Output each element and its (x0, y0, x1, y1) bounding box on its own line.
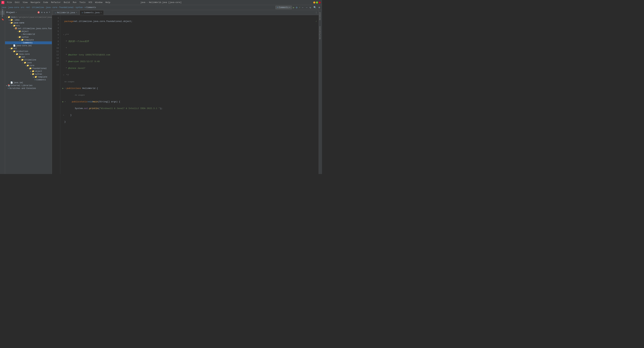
left-sidebar-icons: Project 🔖 (0, 10, 5, 174)
gear-icon[interactable]: ⚙ (46, 11, 48, 14)
tab-helloworld-label: HelloWorld.java (57, 11, 75, 14)
breadcrumb-comments[interactable]: ⊙Comments (85, 6, 96, 9)
tree-item-object[interactable]: ▾ 📁 object (5, 30, 52, 33)
menu-code[interactable]: Code (42, 1, 50, 4)
run-config-dropdown[interactable]: ⊙ Comments ▾ (276, 6, 292, 9)
code-line-8: * @since Java17 (62, 67, 319, 70)
panel-icons: 🎯 ⊟ ⇅ ⚙ × (37, 11, 50, 14)
tree-item-comments[interactable]: ▶ ⊙ Comments (5, 41, 52, 44)
breadcrumb-java2[interactable]: java (46, 6, 50, 9)
code-editor[interactable]: 1 2 3 4 5 6 7 8 9 10 11 12 13 14 15 pack… (52, 15, 319, 174)
coverage-button[interactable]: ⚡ (298, 5, 301, 9)
tree-item-idea[interactable]: ▶ 📁 .idea (5, 18, 52, 21)
menu-navigate[interactable]: Navigate (29, 1, 42, 4)
tabs-bar: ☕ HelloWorld.java × ⊙ Comments.java × ⋮ (52, 10, 319, 15)
code-line-11: ▶▾ public static void main(String[] args… (62, 100, 319, 103)
code-line-14: } (62, 120, 319, 124)
project-panel-toggle[interactable]: Project (0, 11, 5, 15)
debug-button[interactable]: ⚙ (296, 5, 298, 9)
chevron-down-icon: ▾ (16, 11, 16, 14)
project-tree: ▾ 📁 java D:\projects\java\ittimeline\jav… (5, 15, 52, 174)
tab-comments[interactable]: ⊙ Comments.java × (80, 10, 104, 15)
tab-helloworld[interactable]: ☕ HelloWorld.java × (53, 10, 79, 15)
breadcrumb-syntax[interactable]: syntax (76, 6, 83, 9)
search-icon[interactable]: 🔍 (313, 6, 317, 9)
project-title: Project ▾ (6, 11, 17, 14)
run-controls: ⊙ Comments ▾ ▶ ⚙ ⚡ ← → ↻ 🔍 ⚙ (276, 5, 321, 9)
title-bar: I File Edit View Navigate Code Refactor … (0, 0, 322, 5)
tree-item-src[interactable]: ▾ 📁 src (5, 24, 52, 27)
breadcrumb-src[interactable]: src (21, 6, 24, 9)
tree-item-scratches[interactable]: ▶ ⊙ Scratches and Consoles (5, 87, 52, 90)
tree-item-java-core[interactable]: ▾ 📁 java-core (5, 21, 52, 24)
menu-edit[interactable]: Edit (14, 1, 21, 4)
menu-tools[interactable]: Tools (78, 1, 87, 4)
breadcrumb-java-core[interactable]: java-core (8, 6, 19, 9)
code-line-9: ▸ */ (62, 73, 319, 77)
close-button[interactable]: × (319, 1, 321, 3)
tree-item-net[interactable]: ▾ 📁 net (5, 56, 52, 58)
tree-item-template-out[interactable]: ▶ 📁 template (5, 75, 52, 78)
window-title: java - HelloWorld.java [java-core] (140, 1, 182, 4)
tree-item-java-out[interactable]: ▾ 📁 java (5, 61, 52, 64)
main-layout: Project 🔖 Project ▾ 🎯 ⊟ ⇅ ⚙ × ▾ 📁 java (0, 10, 322, 174)
tree-item-package[interactable]: ▾ 📦 net.ittimeline.java.core.foundationa… (5, 27, 52, 30)
code-line-4: * 我的第一个Java程序 (62, 40, 319, 43)
tree-item-template[interactable]: ▶ 📁 template (5, 38, 52, 41)
breadcrumb-foundational[interactable]: foundational (59, 6, 74, 9)
tree-item-production[interactable]: ▾ 📁 production (5, 50, 52, 53)
breadcrumb-core[interactable]: core (52, 6, 57, 9)
run-button[interactable]: ▶ (292, 5, 295, 9)
refresh-icon[interactable]: ↻ (309, 6, 312, 9)
menu-refactor[interactable]: Refactor (50, 1, 62, 4)
sort-icon[interactable]: ⇅ (44, 11, 45, 14)
menu-help[interactable]: Help (104, 1, 112, 4)
menu-vcs[interactable]: VCS (87, 1, 94, 4)
tree-item-syntax[interactable]: ▾ 📁 syntax (5, 36, 52, 38)
tree-item-foundational-out[interactable]: ▾ 📁 foundational (5, 67, 52, 70)
tab-comments-close[interactable]: × (100, 12, 102, 13)
settings-icon[interactable]: ⚙ (318, 6, 321, 9)
database-panel-toggle[interactable]: Database (319, 11, 322, 21)
menu-build[interactable]: Build (62, 1, 71, 4)
menu-window[interactable]: Window (94, 1, 104, 4)
tree-item-java-core-iml[interactable]: ▶ 📄 java-core.iml (5, 44, 52, 47)
close-panel-icon[interactable]: × (48, 11, 50, 14)
code-content[interactable]: package net.ittimeline.java.core.foundat… (60, 15, 319, 174)
minimize-button[interactable]: − (313, 1, 315, 3)
bookmark-panel-toggle[interactable]: 🔖 (0, 17, 5, 21)
tabs-more[interactable]: ⋮ (314, 11, 319, 14)
tree-item-java-core-out[interactable]: ▾ 📁 java-core (5, 53, 52, 56)
tree-item-out[interactable]: ▾ 📁 out (5, 47, 52, 50)
breadcrumb-net[interactable]: net (26, 6, 30, 9)
tree-item-object-out[interactable]: ▶ 📁 object (5, 70, 52, 73)
project-panel: Project ▾ 🎯 ⊟ ⇅ ⚙ × ▾ 📁 java D:\projects… (5, 10, 52, 174)
tree-item-comments-out[interactable]: ▶ ⊙ Comments (5, 78, 52, 81)
comments-file-icon: ⊙ (82, 11, 83, 14)
tab-comments-label: Comments.java (84, 11, 100, 14)
tree-item-java-root[interactable]: ▾ 📁 java D:\projects\java\ittimeline\jav… (5, 16, 52, 18)
forward-icon[interactable]: → (305, 6, 308, 9)
menu-file[interactable]: File (6, 1, 13, 4)
tree-item-ittimeline[interactable]: ▾ 📁 ittimeline (5, 58, 52, 61)
locate-icon[interactable]: 🎯 (37, 11, 40, 14)
code-line-1: package net.ittimeline.java.core.foundat… (62, 20, 319, 23)
maximize-button[interactable]: □ (316, 1, 318, 3)
menu-view[interactable]: View (22, 1, 29, 4)
menu-run[interactable]: Run (72, 1, 78, 4)
back-icon[interactable]: ← (302, 6, 304, 9)
app-logo: I (1, 1, 4, 4)
collapse-icon[interactable]: ⊟ (41, 11, 43, 14)
tab-helloworld-close[interactable]: × (76, 12, 77, 13)
tree-item-helloworld[interactable]: ▶ ☕ HelloWorld (5, 33, 52, 36)
tree-item-core-out[interactable]: ▾ 📁 core (5, 64, 52, 67)
right-sidebar: Database Notifications (319, 10, 322, 174)
tree-item-syntax-out[interactable]: ▾ 📁 syntax (5, 73, 52, 75)
tree-item-external-libs[interactable]: ▶ 📚 External Libraries (5, 84, 52, 87)
run-config-label: Comments (279, 6, 289, 9)
breadcrumb-java[interactable]: java (1, 6, 6, 9)
breadcrumb-ittimeline[interactable]: ittimeline (32, 6, 44, 9)
code-line-2 (62, 26, 319, 30)
notifications-panel-toggle[interactable]: Notifications (319, 25, 322, 40)
tree-item-java-iml[interactable]: ▶ 📄 java.iml (5, 81, 52, 84)
